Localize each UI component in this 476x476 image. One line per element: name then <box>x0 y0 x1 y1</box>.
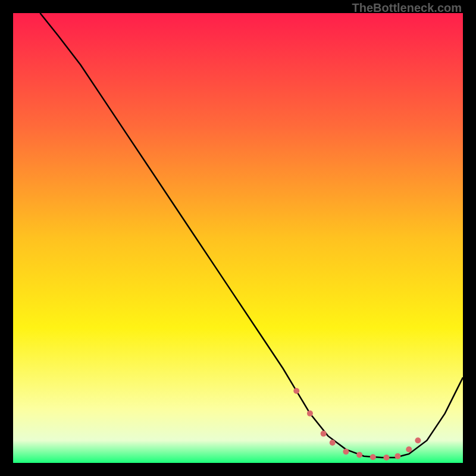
marker-dot <box>343 449 349 455</box>
marker-dot <box>370 454 376 460</box>
watermark-text: TheBottleneck.com <box>352 1 462 15</box>
curve-layer <box>13 13 463 463</box>
chart-plot-area <box>13 13 463 463</box>
marker-dot <box>330 440 336 446</box>
marker-dot <box>293 388 299 394</box>
marker-dot <box>383 455 389 461</box>
marker-dot <box>307 411 313 416</box>
marker-dot <box>356 452 362 458</box>
marker-dot <box>394 453 400 459</box>
marker-dot <box>321 431 327 437</box>
optimal-zone-markers <box>293 388 421 461</box>
bottleneck-curve <box>40 13 463 458</box>
marker-dot <box>406 446 412 452</box>
marker-dot <box>415 437 421 443</box>
